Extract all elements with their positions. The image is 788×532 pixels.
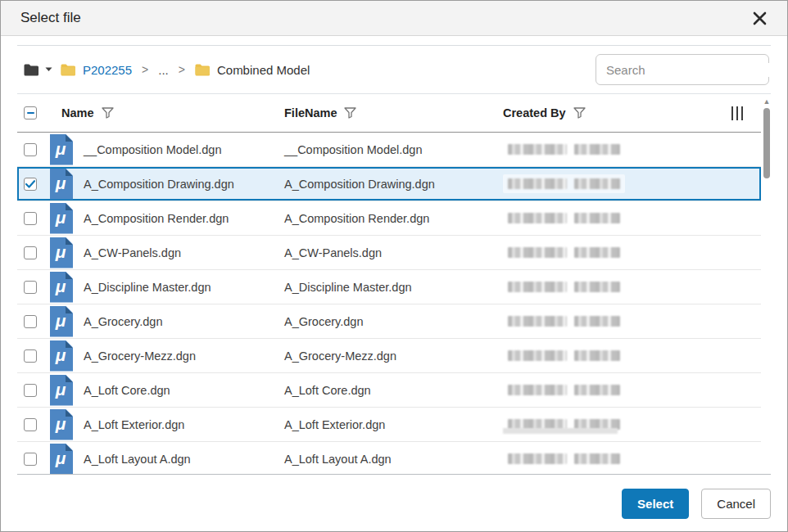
file-filename-cell: A_Loft Layout A.dgn [284,453,392,466]
table-row[interactable]: μ A_Loft Core.dgn A_Loft Core.dgn [17,373,761,408]
column-header-created-by[interactable]: Created By [503,106,566,119]
search-input[interactable] [606,63,769,77]
row-checkbox[interactable] [24,349,37,363]
file-filename-cell: A_Loft Exterior.dgn [284,418,385,431]
created-by-redacted [503,174,625,193]
row-checkbox[interactable] [24,178,37,191]
select-button[interactable]: Select [622,489,689,519]
breadcrumb-current-folder[interactable]: Combined Model [195,63,310,77]
file-name-cell: A_Composition Render.dgn [84,212,229,225]
breadcrumb-separator: > [140,63,150,76]
file-name-cell: A_Composition Drawing.dgn [84,178,234,191]
partial-row-artifact [503,428,618,434]
file-name-cell: A_Loft Exterior.dgn [84,418,184,431]
file-filename-cell: A_Composition Drawing.dgn [284,178,435,191]
created-by-redacted [503,209,625,228]
row-checkbox[interactable] [24,384,37,397]
dialog-titlebar: Select file [1,1,787,36]
vertical-scrollbar[interactable]: ▲ ▼ [763,97,771,532]
row-checkbox[interactable] [24,246,37,259]
table-row[interactable]: μ A_Loft Exterior.dgn A_Loft Exterior.dg… [17,408,761,442]
file-filename-cell: A_CW-Panels.dgn [284,246,382,259]
dgn-file-icon: μ [50,272,73,303]
select-all-checkbox[interactable] [24,106,37,119]
breadcrumb-project[interactable]: P202255 [61,63,132,77]
file-name-cell: A_CW-Panels.dgn [84,246,181,259]
table-row[interactable]: μ A_Composition Drawing.dgn A_Compositio… [17,167,761,201]
file-filename-cell: A_Composition Render.dgn [284,212,429,225]
dgn-file-icon: μ [50,169,73,200]
folder-icon [61,64,76,76]
dgn-file-icon: μ [50,444,73,475]
table-row[interactable]: μ A_Discipline Master.dgn A_Discipline M… [17,270,761,304]
file-name-cell: A_Grocery-Mezz.dgn [84,349,196,363]
column-header-name[interactable]: Name [61,106,94,119]
chevron-down-icon [45,67,52,72]
created-by-redacted [503,449,625,468]
file-filename-cell: A_Discipline Master.dgn [284,281,412,294]
created-by-redacted [503,243,625,262]
filter-icon[interactable] [102,107,114,119]
breadcrumb-separator: > [177,63,187,76]
dgn-file-icon: μ [50,134,73,165]
column-header-filename[interactable]: FileName [284,106,337,119]
created-by-redacted [503,381,625,399]
breadcrumb-current-label: Combined Model [217,63,310,77]
row-checkbox[interactable] [24,315,37,328]
created-by-redacted [503,140,625,159]
breadcrumb: P202255 > ... > Combined Model [24,63,310,77]
toolbar: P202255 > ... > Combined Model [1,46,787,93]
file-filename-cell: __Composition Model.dgn [284,143,422,156]
table-row[interactable]: μ A_Grocery-Mezz.dgn A_Grocery-Mezz.dgn [17,339,761,373]
filter-icon[interactable] [573,107,586,119]
folder-icon [195,64,211,76]
created-by-redacted [503,312,625,331]
file-filename-cell: A_Grocery-Mezz.dgn [284,349,396,363]
created-by-redacted [503,346,625,365]
column-manager-icon[interactable] [731,106,744,120]
file-name-cell: __Composition Model.dgn [84,143,221,156]
root-folder-dropdown[interactable] [24,64,52,76]
table-row[interactable]: μ A_Composition Render.dgn A_Composition… [17,201,761,236]
row-checkbox[interactable] [24,212,37,225]
dgn-file-icon: μ [50,409,73,440]
filter-icon[interactable] [344,107,356,119]
file-name-cell: A_Loft Layout A.dgn [84,453,191,466]
file-name-cell: A_Grocery.dgn [84,315,162,328]
scrollbar-up-arrow[interactable]: ▲ [763,97,771,106]
scrollbar-thumb[interactable] [763,108,770,178]
dgn-file-icon: μ [50,375,73,406]
created-by-redacted [503,277,625,296]
file-filename-cell: A_Loft Core.dgn [284,384,371,397]
dialog-footer: Select Cancel [1,475,787,519]
row-checkbox[interactable] [24,281,37,294]
select-file-dialog: Select file P202255 > ... > Combined Mod… [0,0,788,532]
dark-folder-icon [24,64,39,76]
file-name-cell: A_Loft Core.dgn [84,384,170,397]
row-checkbox[interactable] [24,143,37,156]
row-checkbox[interactable] [24,453,37,466]
cancel-button[interactable]: Cancel [701,489,771,519]
dgn-file-icon: μ [50,340,73,372]
file-filename-cell: A_Grocery.dgn [284,315,363,328]
close-icon[interactable] [751,10,768,26]
table-row[interactable]: μ A_CW-Panels.dgn A_CW-Panels.dgn [17,236,761,270]
breadcrumb-project-label: P202255 [83,63,132,77]
file-name-cell: A_Discipline Master.dgn [84,281,211,294]
file-table: Name FileName Created By [17,94,771,474]
table-row[interactable]: μ __Composition Model.dgn __Composition … [17,133,761,167]
dialog-title: Select file [20,10,81,26]
table-header-row: Name FileName Created By [17,94,761,133]
breadcrumb-collapsed[interactable]: ... [158,63,169,77]
dgn-file-icon: μ [50,306,73,337]
dgn-file-icon: μ [50,237,73,268]
dgn-file-icon: μ [50,203,73,234]
table-row[interactable]: μ A_Grocery.dgn A_Grocery.dgn [17,304,761,339]
row-checkbox[interactable] [24,418,37,431]
search-box[interactable] [596,54,769,85]
table-body: μ __Composition Model.dgn __Composition … [17,133,761,474]
table-row[interactable]: μ A_Loft Layout A.dgn A_Loft Layout A.dg… [17,442,761,474]
